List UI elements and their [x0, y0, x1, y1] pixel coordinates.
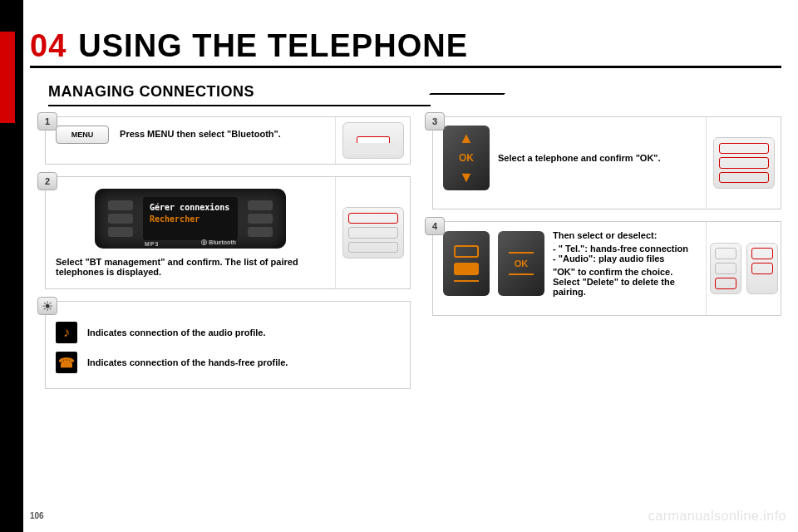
- note-audio-text: Indicates connection of the audio profil…: [87, 328, 266, 337]
- pad-btn: [715, 263, 736, 274]
- step-badge-3: 3: [425, 112, 445, 131]
- pad-btn-highlight: [348, 213, 398, 224]
- manual-page: 04 USING THE TELEPHONE MANAGING CONNECTI…: [0, 0, 798, 532]
- radio-right-btn: [248, 214, 273, 224]
- radio-left-btn: [108, 200, 133, 210]
- step-3-aside: [706, 117, 781, 209]
- toggle-line: [509, 273, 534, 275]
- toggle-line: [454, 280, 479, 282]
- step-2-text: Select "BT management" and confirm. The …: [56, 257, 325, 277]
- pad-btn: [348, 227, 398, 238]
- music-note-icon: ♪: [56, 322, 77, 343]
- pad-btn: [715, 248, 736, 259]
- step-2-aside: [335, 177, 410, 288]
- step-4-ok-line: "OK" to confirm the choice.: [553, 267, 696, 277]
- step-2-panel: 2 Gérer connexions Rechercher MP3: [45, 176, 411, 289]
- radio-screen: Gérer connexions Rechercher: [143, 197, 238, 240]
- column-spacer: [432, 328, 781, 497]
- step-4-delete-line: Select "Delete" to delete the pairing.: [553, 277, 696, 297]
- page-title: USING THE TELEPHONE: [78, 28, 468, 64]
- step-4-panel: 4 OK Then se: [432, 221, 781, 316]
- section-subtitle: MANAGING CONNECTIONS: [48, 83, 254, 101]
- tip-badge: ☀: [37, 297, 57, 315]
- radio-mp3-label: MP3: [145, 241, 159, 247]
- ok-glyph: OK: [459, 152, 474, 164]
- radio-bt-label: Ⓑ Bluetooth: [201, 239, 236, 247]
- radio-right-btn: [248, 227, 273, 237]
- radio-screen-line2: Rechercher: [150, 214, 231, 225]
- menu-button-graphic: MENU: [56, 126, 109, 144]
- left-spine: [0, 0, 23, 532]
- chevron-up-icon: ▲: [459, 130, 474, 147]
- pad-btn-highlight: [751, 263, 773, 274]
- watermark: carmanualsonline.info: [648, 509, 786, 524]
- note-audio: ♪ Indicates connection of the audio prof…: [56, 322, 400, 343]
- sun-icon: ☀: [42, 298, 53, 314]
- step-4-aside: [706, 222, 781, 315]
- step-badge-4: 4: [425, 217, 445, 235]
- step-badge-2: 2: [37, 172, 57, 190]
- chapter-number: 04: [30, 28, 66, 64]
- title-bar: 04 USING THE TELEPHONE: [30, 30, 781, 68]
- phone-icon: ☎: [56, 352, 77, 373]
- left-column: 1 MENU Press MENU then select "Bluetooth…: [45, 116, 411, 497]
- step-1-panel: 1 MENU Press MENU then select "Bluetooth…: [45, 116, 411, 165]
- button-pad-graphic: [342, 207, 404, 259]
- step-4-text-block: Then select or deselect: - " Tel.": hand…: [553, 230, 696, 297]
- pad-btn-highlight: [719, 143, 769, 154]
- pad-btn-highlight: [719, 157, 769, 168]
- step-badge-1: 1: [37, 112, 57, 131]
- pad-btn-highlight: [719, 172, 769, 183]
- step-1-text: Press MENU then select "Bluetooth".: [120, 129, 281, 139]
- toggle-row-off: [454, 245, 479, 258]
- note-handsfree: ☎ Indicates connection of the hands-free…: [56, 352, 400, 373]
- toggle-pad-graphic: [443, 231, 490, 296]
- ok-glyph: OK: [515, 259, 529, 268]
- toggle-line: [509, 252, 534, 254]
- step-3-graphic-row: ▲ OK ▼ Select a telephone and confirm "O…: [443, 126, 696, 190]
- dashboard-body: [348, 143, 398, 155]
- step-4-bullet-audio: - "Audio": play audio files: [553, 254, 696, 264]
- button-pad-graphic: [713, 137, 775, 189]
- step-1-content: MENU Press MENU then select "Bluetooth".: [46, 117, 335, 164]
- subtitle-wrap: MANAGING CONNECTIONS: [48, 80, 254, 103]
- step-3-text: Select a telephone and confirm "OK".: [498, 153, 661, 163]
- radio-screen-line1: Gérer connexions: [150, 202, 231, 214]
- radio-left-btn: [108, 227, 133, 237]
- step-4-content: OK Then select or deselect: - " Tel.": h…: [433, 222, 706, 315]
- step-4-bullet-tel: - " Tel.": hands-free connection: [553, 244, 696, 254]
- dashboard-graphic: [342, 122, 404, 159]
- pad-btn: [348, 242, 398, 253]
- right-column: 3 ▲ OK ▼ Select a telephone and confirm …: [432, 116, 781, 497]
- music-glyph: ♪: [63, 325, 70, 340]
- page-number: 106: [30, 511, 44, 520]
- arrow-ok-pad: ▲ OK ▼: [443, 126, 490, 190]
- content-columns: 1 MENU Press MENU then select "Bluetooth…: [45, 116, 768, 497]
- toggle-pad-ok-graphic: OK: [498, 231, 544, 296]
- step-4-graphic-row: OK Then select or deselect: - " Tel.": h…: [443, 230, 696, 297]
- step-1-aside: [335, 117, 410, 164]
- notes-content: ♪ Indicates connection of the audio prof…: [46, 302, 410, 388]
- toggle-row-on: [454, 263, 479, 275]
- phone-glyph: ☎: [58, 355, 75, 371]
- button-pad-graphic: [710, 243, 741, 294]
- step-3-content: ▲ OK ▼ Select a telephone and confirm "O…: [433, 117, 706, 209]
- button-pad-graphic: [746, 243, 778, 294]
- step-4-intro: Then select or deselect:: [553, 230, 696, 240]
- subtitle-divider: [48, 105, 431, 106]
- chevron-down-icon: ▼: [459, 169, 474, 186]
- note-handsfree-text: Indicates connection of the hands-free p…: [87, 357, 288, 367]
- spine-accent: [0, 32, 15, 123]
- step-3-panel: 3 ▲ OK ▼ Select a telephone and confirm …: [432, 116, 781, 209]
- twin-button-pads: [710, 243, 778, 294]
- pad-btn-highlight: [715, 278, 736, 289]
- radio-left-btn: [108, 214, 133, 224]
- notes-panel: ☀ ♪ Indicates connection of the audio pr…: [45, 301, 411, 389]
- radio-right-btn: [248, 200, 273, 210]
- pad-btn-highlight: [751, 248, 773, 259]
- step-4-bullets: - " Tel.": hands-free connection - "Audi…: [553, 244, 696, 264]
- step-2-content: Gérer connexions Rechercher MP3 Ⓑ Blueto…: [46, 177, 335, 288]
- radio-display-graphic: Gérer connexions Rechercher MP3 Ⓑ Blueto…: [95, 189, 286, 249]
